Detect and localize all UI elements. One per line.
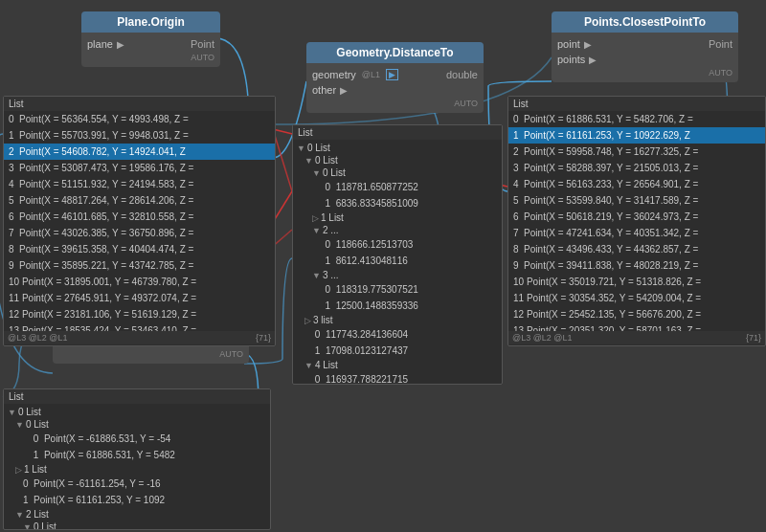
list-item[interactable]: 9 Point(X = 39411.838, Y = 48028.219, Z …	[508, 257, 765, 274]
tree-row[interactable]: ▼ 0 List	[4, 406, 270, 418]
plane-input-label: plane	[87, 38, 113, 50]
points-closest-node: Points.ClosestPointTo point ▶ Point poin…	[552, 11, 738, 82]
tree-row[interactable]: ▷ 1 List	[4, 463, 270, 476]
tree-value: 0 116937.788221715	[293, 371, 502, 385]
geometry-distance-auto: AUTO	[306, 98, 484, 109]
tree-value: 1 Point(X = 61886.531, Y = 5482	[4, 447, 270, 463]
main-list-header: List	[4, 97, 275, 111]
tree-row[interactable]: ▼ 0 List	[293, 154, 502, 166]
tree-row[interactable]: ▼ 2 List	[4, 508, 270, 521]
tree-row[interactable]: ▼ 2 ...	[293, 224, 502, 236]
tree-value: 0 118319.775307521	[293, 281, 502, 298]
tree-value: 1 Point(X = 61161.253, Y = 1092	[4, 492, 270, 508]
tree-row[interactable]: ▷ 1 List	[293, 211, 502, 224]
tree-value: 1 17098.0123127437	[293, 343, 502, 359]
point-output-label: Point	[191, 38, 214, 50]
point-out-label: Point	[709, 38, 732, 50]
list-item[interactable]: 4 Point(X = 51151.932, Y = 24194.583, Z …	[4, 176, 275, 192]
list-item[interactable]: 0 Point(X = 61886.531, Y = 5482.706, Z =	[508, 111, 765, 127]
list-item[interactable]: 5 Point(X = 53599.840, Y = 31417.589, Z …	[508, 192, 765, 209]
list-item[interactable]: 0 Point(X = 56364.554, Y = 4993.498, Z =	[4, 111, 275, 127]
tree-row[interactable]: ▷ 3 list	[293, 314, 502, 326]
svg-line-1	[273, 129, 292, 191]
bottom-list-panel: List ▼ 0 List ▼ 0 List 0 Point(X = -6188…	[3, 388, 271, 530]
plane-origin-title: Plane.Origin	[81, 11, 220, 33]
points-closest-title: Points.ClosestPointTo	[552, 11, 738, 33]
list-item-selected[interactable]: 2 Point(X = 54608.782, Y = 14924.041, Z	[4, 144, 275, 160]
list-item[interactable]: 6 Point(X = 46101.685, Y = 32810.558, Z …	[4, 209, 275, 225]
tree-row[interactable]: ▼ 0 List	[4, 418, 270, 431]
list-item[interactable]: 8 Point(X = 43496.433, Y = 44362.857, Z …	[508, 241, 765, 257]
geometry-distance-title: Geometry.DistanceTo	[306, 42, 484, 63]
geometry-intersect-auto: AUTO	[53, 348, 249, 360]
list-item[interactable]: 11 Point(X = 30354.352, Y = 54209.004, Z…	[508, 290, 765, 306]
plane-origin-node: Plane.Origin plane ▶ Point AUTO	[81, 11, 220, 67]
right-list-panel: List 0 Point(X = 61886.531, Y = 5482.706…	[507, 96, 766, 346]
tree-value: 1 6836.83345851009	[293, 195, 502, 211]
list-item[interactable]: 3 Point(X = 58288.397, Y = 21505.013, Z …	[508, 160, 765, 176]
tree-row[interactable]: ▼ 3 ...	[293, 269, 502, 281]
list-item[interactable]: 7 Point(X = 47241.634, Y = 40351.342, Z …	[508, 225, 765, 241]
tree-row[interactable]: ▼ 4 List	[293, 359, 502, 371]
right-list-footer: @L3 @L2 @L1 {71}	[508, 331, 765, 344]
list-item[interactable]: 12 Point(X = 25452.135, Y = 56676.200, Z…	[508, 306, 765, 322]
geometry-distance-node: Geometry.DistanceTo geometry @L1 ▶ doubl…	[306, 42, 484, 113]
list-item[interactable]: 3 Point(X = 53087.473, Y = 19586.176, Z …	[4, 160, 275, 176]
middle-list-panel: List ▼ 0 List ▼ 0 List ▼ 0 List 0 118781…	[292, 124, 503, 385]
tree-value: 0 Point(X = -61886.531, Y = -54	[4, 431, 270, 447]
bottom-list-header: List	[4, 389, 270, 404]
list-item[interactable]: 12 Point(X = 23181.106, Y = 51619.129, Z…	[4, 306, 275, 322]
list-item[interactable]: 8 Point(X = 39615.358, Y = 40404.474, Z …	[4, 241, 275, 257]
list-item[interactable]: 9 Point(X = 35895.221, Y = 43742.785, Z …	[4, 257, 275, 274]
list-item[interactable]: 6 Point(X = 50618.219, Y = 36024.973, Z …	[508, 209, 765, 225]
list-item[interactable]: 4 Point(X = 56163.233, Y = 26564.901, Z …	[508, 176, 765, 192]
list-item-selected[interactable]: 1 Point(X = 61161.253, Y = 10922.629, Z	[508, 127, 765, 144]
tree-row[interactable]: ▼ 0 List	[293, 166, 502, 179]
list-item[interactable]: 13 Point(X = 20351.320, Y = 58701.163, Z…	[508, 322, 765, 331]
right-list-header: List	[508, 97, 765, 111]
list-item[interactable]: 13 Point(X = 18535.424, Y = 53463.410, Z…	[4, 322, 275, 331]
main-list-panel: List 0 Point(X = 56364.554, Y = 4993.498…	[3, 96, 276, 346]
middle-list-header: List	[293, 125, 502, 140]
tree-value: 0 118666.12513703	[293, 236, 502, 253]
geom-input-label: geometry	[312, 69, 356, 80]
list-item[interactable]: 10 Point(X = 31895.001, Y = 46739.780, Z…	[4, 274, 275, 290]
main-list-footer: @L3 @L2 @L1 {71}	[4, 331, 275, 344]
points-closest-auto: AUTO	[552, 67, 738, 78]
list-item[interactable]: 11 Point(X = 27645.911, Y = 49372.074, Z…	[4, 290, 275, 306]
tree-value: 0 117743.284136604	[293, 326, 502, 343]
tree-value: 1 12500.1488359336	[293, 298, 502, 314]
tree-value: 0 118781.650877252	[293, 179, 502, 195]
list-item[interactable]: 7 Point(X = 43026.385, Y = 36750.896, Z …	[4, 225, 275, 241]
tree-row[interactable]: ▼ 0 List	[293, 142, 502, 154]
list-item[interactable]: 1 Point(X = 55703.991, Y = 9948.031, Z =	[4, 127, 275, 144]
list-item[interactable]: 10 Point(X = 35019.721, Y = 51318.826, Z…	[508, 274, 765, 290]
plane-origin-auto: AUTO	[81, 52, 220, 63]
list-item[interactable]: 2 Point(X = 59958.748, Y = 16277.325, Z …	[508, 144, 765, 160]
tree-row[interactable]: ▼ 0 List	[4, 521, 270, 530]
other-input-label: other	[312, 84, 336, 96]
point-input-label: point	[557, 38, 580, 50]
tree-value: 0 Point(X = -61161.254, Y = -16	[4, 476, 270, 492]
double-output-label: double	[446, 69, 478, 80]
tree-value: 1 8612.413048116	[293, 253, 502, 269]
points-input-label: points	[557, 54, 585, 65]
list-item[interactable]: 5 Point(X = 48817.264, Y = 28614.206, Z …	[4, 192, 275, 209]
